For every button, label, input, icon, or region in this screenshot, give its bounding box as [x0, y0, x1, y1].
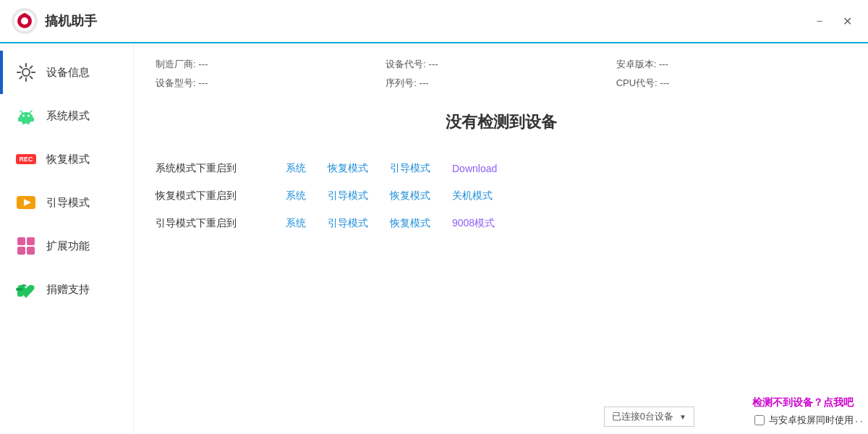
svg-rect-16	[27, 122, 30, 124]
ellipsis-menu[interactable]: ⋮	[849, 415, 865, 427]
svg-point-4	[22, 13, 27, 17]
donate-icon	[14, 278, 38, 301]
checkbox-label: 与安卓投屏同时使用	[769, 414, 854, 427]
sidebar-item-guide-mode[interactable]: 引导模式	[0, 181, 133, 224]
reboot-row-1-label: 恢复模式下重启到	[156, 190, 286, 203]
device-code-info: 设备代号: ---	[386, 58, 616, 71]
reboot-row-2-action-0[interactable]: 系统	[286, 217, 306, 230]
model-value: ---	[198, 77, 208, 88]
settings-icon	[14, 61, 38, 84]
reboot-row-1-action-2[interactable]: 恢复模式	[390, 190, 430, 203]
chevron-down-icon: ▼	[679, 413, 686, 421]
main-layout: 设备信息 系统模式	[0, 43, 868, 434]
svg-rect-24	[16, 288, 23, 291]
sidebar-item-expand[interactable]: 扩展功能	[0, 224, 133, 268]
svg-line-12	[30, 111, 32, 113]
reboot-row-0-label: 系统模式下重启到	[156, 162, 286, 175]
sidebar-item-recovery-mode[interactable]: REC 恢复模式	[0, 137, 133, 181]
manufacturer-info: 制造厂商: ---	[156, 58, 386, 71]
svg-rect-22	[27, 247, 35, 255]
reboot-row-0: 系统模式下重启到 系统 恢复模式 引导模式 Download	[156, 155, 846, 182]
android-version-info: 安卓版本: ---	[616, 58, 846, 71]
device-code-value: ---	[429, 59, 438, 69]
svg-point-3	[21, 17, 28, 25]
svg-rect-19	[17, 237, 25, 245]
reboot-row-0-action-0[interactable]: 系统	[286, 162, 306, 175]
reboot-row-1-action-1[interactable]: 引导模式	[328, 190, 368, 203]
android-version-value: ---	[659, 59, 668, 69]
reboot-row-2-action-2[interactable]: 恢复模式	[390, 217, 430, 230]
sidebar-label-system-mode: 系统模式	[46, 109, 90, 123]
model-info: 设备型号: ---	[156, 77, 386, 90]
sidebar-item-system-mode[interactable]: 系统模式	[0, 94, 133, 137]
svg-rect-15	[22, 122, 25, 124]
svg-point-5	[22, 69, 30, 76]
manufacturer-label: 制造厂商:	[156, 59, 196, 69]
reboot-row-0-action-2[interactable]: 引导模式	[390, 162, 430, 175]
device-info-grid: 制造厂商: --- 设备代号: --- 安卓版本: --- 设备型号: --- …	[156, 58, 846, 90]
svg-rect-21	[17, 247, 25, 255]
expand-icon	[14, 234, 38, 258]
model-label: 设备型号:	[156, 77, 196, 88]
svg-rect-14	[32, 117, 34, 122]
content-area: 制造厂商: --- 设备代号: --- 安卓版本: --- 设备型号: --- …	[134, 43, 868, 434]
close-button[interactable]: ✕	[838, 13, 856, 30]
svg-rect-13	[18, 117, 20, 122]
cpu-code-label: CPU代号:	[616, 77, 658, 88]
no-device-message: 没有检测到设备	[156, 111, 846, 133]
reboot-row-0-actions: 系统 恢复模式 引导模式 Download	[286, 162, 497, 175]
android-icon	[14, 104, 38, 127]
sidebar-label-donate: 捐赠支持	[46, 283, 90, 297]
manufacturer-value: ---	[198, 59, 208, 69]
serial-number-info: 序列号: ---	[386, 77, 616, 90]
serial-number-value: ---	[420, 77, 429, 88]
guide-icon	[14, 191, 38, 214]
detect-link[interactable]: 检测不到设备？点我吧	[752, 396, 854, 409]
android-screen-checkbox[interactable]	[754, 415, 765, 425]
reboot-table: 系统模式下重启到 系统 恢复模式 引导模式 Download 恢复模式下重启到 …	[156, 155, 846, 237]
cpu-code-value: ---	[660, 77, 669, 88]
reboot-row-1: 恢复模式下重启到 系统 引导模式 恢复模式 关机模式	[156, 182, 846, 210]
device-code-label: 设备代号:	[386, 59, 426, 69]
sidebar-item-device-info[interactable]: 设备信息	[0, 51, 133, 94]
reboot-row-2-label: 引导模式下重启到	[156, 217, 286, 230]
minimize-button[interactable]: －	[809, 12, 830, 30]
reboot-row-2: 引导模式下重启到 系统 引导模式 恢复模式 9008模式	[156, 210, 846, 237]
sidebar: 设备信息 系统模式	[0, 43, 134, 434]
svg-rect-8	[20, 118, 33, 122]
android-version-label: 安卓版本:	[616, 59, 657, 69]
device-status-label: 已连接0台设备	[612, 410, 673, 423]
sidebar-label-expand: 扩展功能	[46, 239, 90, 253]
reboot-row-2-action-1[interactable]: 引导模式	[328, 217, 368, 230]
svg-line-11	[20, 111, 22, 113]
title-bar-controls: － ✕	[809, 12, 856, 30]
sidebar-label-recovery-mode: 恢复模式	[46, 153, 90, 166]
title-bar: 搞机助手 － ✕	[0, 0, 868, 43]
sidebar-label-guide-mode: 引导模式	[46, 196, 90, 210]
reboot-row-1-action-0[interactable]: 系统	[286, 190, 306, 203]
rec-icon: REC	[14, 148, 38, 171]
sidebar-label-device-info: 设备信息	[46, 66, 90, 80]
cpu-code-info: CPU代号: ---	[616, 77, 846, 90]
device-status-bar: 已连接0台设备 ▼	[134, 407, 709, 427]
svg-point-10	[27, 115, 30, 117]
checkbox-row: 与安卓投屏同时使用	[754, 414, 854, 427]
reboot-row-0-action-3[interactable]: Download	[452, 163, 497, 174]
title-bar-left: 搞机助手	[12, 8, 97, 34]
bottom-section: 检测不到设备？点我吧 与安卓投屏同时使用	[752, 396, 854, 427]
svg-point-9	[22, 115, 25, 117]
reboot-row-2-actions: 系统 引导模式 恢复模式 9008模式	[286, 217, 495, 230]
sidebar-item-donate[interactable]: 捐赠支持	[0, 268, 133, 311]
app-logo	[12, 8, 38, 34]
svg-rect-20	[27, 237, 35, 245]
reboot-row-1-actions: 系统 引导模式 恢复模式 关机模式	[286, 190, 493, 203]
reboot-row-0-action-1[interactable]: 恢复模式	[328, 162, 368, 175]
reboot-row-1-action-3[interactable]: 关机模式	[452, 190, 493, 203]
reboot-row-2-action-3[interactable]: 9008模式	[452, 217, 495, 230]
device-status-select[interactable]: 已连接0台设备 ▼	[604, 407, 694, 427]
serial-number-label: 序列号:	[386, 77, 417, 88]
app-title: 搞机助手	[45, 12, 97, 30]
